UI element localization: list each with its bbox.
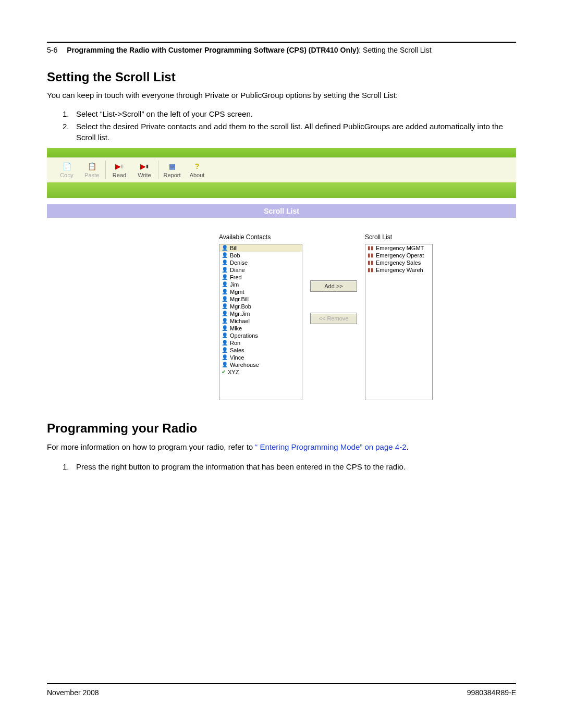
contact-item[interactable]: 👤Operations — [219, 332, 302, 339]
group-name: Emergency Operat — [376, 252, 424, 258]
contact-item[interactable]: 👤Bob — [219, 252, 302, 259]
group-icon: ▮▮ — [368, 252, 374, 258]
contact-item[interactable]: 👤Bill — [219, 244, 302, 252]
toolbar-label: Report — [160, 172, 185, 178]
about-button[interactable]: ? About — [185, 162, 210, 178]
help-icon: ? — [185, 162, 210, 171]
contact-name: Mgr.Jim — [230, 311, 250, 317]
remove-button[interactable]: << Remove — [310, 313, 357, 324]
person-icon: 👤 — [222, 354, 228, 360]
contact-item[interactable]: 👤Ron — [219, 339, 302, 347]
available-contacts-label: Available Contacts — [219, 233, 302, 241]
copy-icon: 📄 — [54, 162, 79, 171]
group-item[interactable]: ▮▮Emergency Wareh — [365, 266, 432, 274]
contact-item[interactable]: 👤Warehouse — [219, 361, 302, 368]
toolbar-label: Copy — [54, 172, 79, 178]
scroll-list-label: Scroll List — [365, 233, 433, 241]
contact-name: Mgr.Bob — [230, 303, 251, 310]
section-heading-programming: Programming your Radio — [47, 421, 516, 436]
group-item[interactable]: ▮▮Emergency Operat — [365, 252, 432, 259]
available-contacts-listbox[interactable]: 👤Bill👤Bob👤Denise👤Diane👤Fred👤Jim👤Mgmt👤Mgr… — [219, 244, 302, 400]
group-name: Emergency MGMT — [376, 245, 424, 251]
group-item[interactable]: ▮▮Emergency MGMT — [365, 244, 432, 252]
para-post: . — [407, 442, 409, 451]
person-icon: 👤 — [222, 252, 228, 258]
contact-item[interactable]: 👤Fred — [219, 274, 302, 281]
header-title: Programming the Radio with Customer Prog… — [67, 46, 431, 54]
group-icon: ▮▮ — [368, 260, 374, 265]
contact-name: Jim — [230, 281, 239, 288]
contact-item[interactable]: 👤Jim — [219, 281, 302, 288]
write-button[interactable]: ▶▮ Write — [132, 162, 157, 178]
person-icon: 👤 — [222, 311, 228, 316]
person-icon: 👤 — [222, 245, 228, 251]
available-contacts-column: Available Contacts 👤Bill👤Bob👤Denise👤Dian… — [219, 233, 302, 400]
list-item: 1. Press the right button to program the… — [63, 462, 516, 472]
contact-item[interactable]: 👤Mgr.Jim — [219, 310, 302, 317]
person-icon: 👤 — [222, 340, 228, 346]
write-icon: ▶▮ — [132, 162, 157, 171]
titlebar-stripe — [47, 148, 516, 157]
header-rule — [47, 42, 516, 43]
report-button[interactable]: ▤ Report — [160, 162, 185, 178]
contact-item[interactable]: 👤Diane — [219, 266, 302, 274]
page-header: 5-6 Programming the Radio with Customer … — [47, 46, 516, 54]
contact-name: Warehouse — [230, 362, 259, 368]
group-name: Emergency Sales — [376, 260, 421, 266]
list-text: Press the right button to program the in… — [76, 462, 516, 472]
contact-item[interactable]: 👤Vince — [219, 354, 302, 361]
contact-name: Bill — [230, 245, 238, 251]
toolbar-separator — [105, 161, 106, 179]
contact-name: Michael — [230, 318, 250, 324]
scroll-list-column: Scroll List ▮▮Emergency MGMT▮▮Emergency … — [365, 233, 433, 400]
toolbar: 📄 Copy 📋 Paste ▶▯ Read ▶▮ Write ▤ Report — [47, 157, 516, 182]
check-icon: ✔ — [222, 369, 226, 375]
paste-button[interactable]: 📋 Paste — [79, 162, 104, 178]
header-title-rest: : Setting the Scroll List — [359, 46, 431, 54]
contact-item[interactable]: 👤Michael — [219, 317, 302, 325]
contact-item[interactable]: ✔XYZ — [219, 368, 302, 376]
panel-title: Scroll List — [264, 207, 299, 215]
scroll-list-panel: Available Contacts 👤Bill👤Bob👤Denise👤Dian… — [47, 218, 516, 405]
list-item: 2. Select the desired Private contacts a… — [63, 121, 516, 143]
contact-name: Ron — [230, 340, 240, 346]
read-icon: ▶▯ — [107, 162, 132, 171]
contact-name: Operations — [230, 332, 258, 339]
group-name: Emergency Wareh — [376, 267, 423, 273]
contact-item[interactable]: 👤Denise — [219, 259, 302, 266]
report-icon: ▤ — [160, 162, 185, 171]
contact-item[interactable]: 👤Sales — [219, 347, 302, 354]
list-text: Select the desired Private contacts and … — [76, 121, 516, 143]
cross-ref-link[interactable]: “ Entering Programming Mode” on page 4-2 — [255, 442, 406, 451]
person-icon: 👤 — [222, 281, 228, 287]
list-number: 2. — [63, 121, 76, 143]
section-heading-scroll-list: Setting the Scroll List — [47, 70, 516, 84]
toolbar-stripe — [47, 182, 516, 198]
contact-item[interactable]: 👤Mike — [219, 325, 302, 332]
scroll-list-listbox[interactable]: ▮▮Emergency MGMT▮▮Emergency Operat▮▮Emer… — [365, 244, 433, 400]
group-icon: ▮▮ — [368, 267, 374, 273]
person-icon: 👤 — [222, 325, 228, 331]
read-button[interactable]: ▶▯ Read — [107, 162, 132, 178]
person-icon: 👤 — [222, 347, 228, 353]
contact-name: Diane — [230, 267, 245, 273]
person-icon: 👤 — [222, 274, 228, 280]
transfer-buttons: Add >> << Remove — [302, 233, 365, 400]
copy-button[interactable]: 📄 Copy — [54, 162, 79, 178]
group-item[interactable]: ▮▮Emergency Sales — [365, 259, 432, 266]
add-button[interactable]: Add >> — [310, 280, 357, 292]
contact-item[interactable]: 👤Mgr.Bill — [219, 295, 302, 303]
contact-name: Denise — [230, 260, 248, 266]
contact-item[interactable]: 👤Mgr.Bob — [219, 303, 302, 310]
list-number: 1. — [63, 462, 76, 472]
person-icon: 👤 — [222, 303, 228, 309]
contact-item[interactable]: 👤Mgmt — [219, 288, 302, 295]
footer-rule — [47, 683, 516, 684]
person-icon: 👤 — [222, 260, 228, 265]
contact-name: Bob — [230, 252, 240, 258]
para-pre: For more information on how to program y… — [47, 442, 255, 451]
contact-name: XYZ — [228, 369, 239, 375]
contact-name: Mgr.Bill — [230, 296, 249, 302]
paste-icon: 📋 — [79, 162, 104, 171]
page-footer: November 2008 9980384R89-E — [47, 683, 516, 697]
